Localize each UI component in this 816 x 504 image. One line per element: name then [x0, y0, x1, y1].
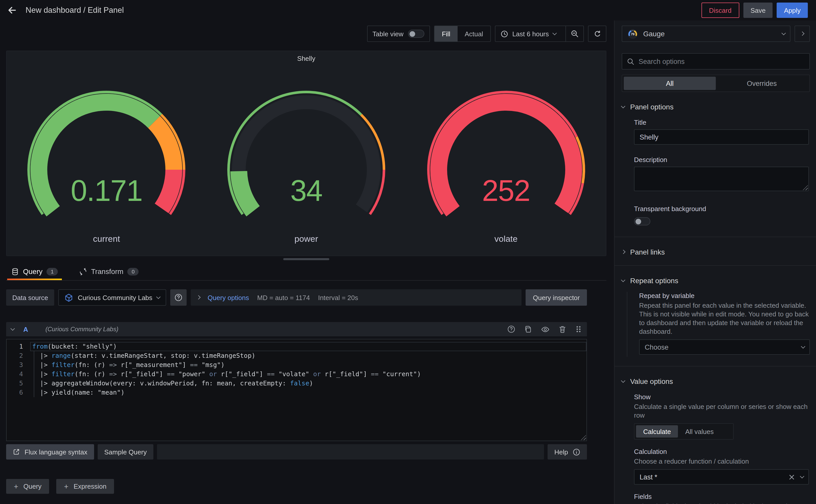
flux-syntax-button[interactable]: Flux language syntax: [6, 444, 94, 460]
duplicate-icon[interactable]: [524, 325, 532, 333]
collapse-pane-button[interactable]: [795, 26, 810, 42]
gauge-volate: 252 volate: [406, 64, 606, 244]
repeat-options-header[interactable]: Repeat options: [622, 277, 810, 285]
gauge-panel[interactable]: Shelly 0.171 current 34: [6, 51, 606, 256]
drag-handle-icon[interactable]: [575, 325, 582, 333]
tab-transform[interactable]: Transform 0: [75, 265, 143, 280]
sample-query-button[interactable]: Sample Query: [98, 444, 153, 460]
search-icon: [627, 58, 634, 65]
question-circle-icon: [174, 293, 182, 302]
flux-code-editor[interactable]: 123456 from(bucket: "shelly") |> range(s…: [6, 339, 587, 441]
value-options-title: Value options: [630, 377, 673, 385]
chevron-down-icon: [621, 278, 625, 282]
options-tabs: All Overrides: [622, 75, 810, 92]
transparent-bg-toggle[interactable]: [634, 217, 650, 225]
textarea-resize-handle[interactable]: [803, 185, 808, 190]
query-a-header[interactable]: A (Curious Community Labs): [6, 322, 587, 336]
eye-icon[interactable]: [541, 325, 550, 334]
clear-icon[interactable]: [789, 474, 794, 480]
code-lines: from(bucket: "shelly") |> range(start: v…: [30, 339, 586, 441]
collapse-chevron-icon[interactable]: [11, 326, 15, 330]
datasource-name: Curious Community Labs: [78, 294, 152, 301]
repeat-options-title: Repeat options: [630, 277, 678, 285]
zoom-out-button[interactable]: [565, 26, 583, 41]
panel-edit-area: Table view Fill Actual Last 6 hours: [0, 20, 614, 504]
calculation-value: Last *: [640, 473, 789, 481]
help-button[interactable]: Help: [548, 444, 587, 460]
options-search-input[interactable]: [639, 58, 805, 65]
trash-icon[interactable]: [558, 325, 566, 333]
flux-syntax-label: Flux language syntax: [25, 448, 87, 456]
panel-options-header[interactable]: Panel options: [622, 103, 810, 111]
query-footer: Flux language syntax Sample Query Help: [6, 444, 606, 460]
viz-row: 79 Gauge: [622, 26, 810, 42]
apply-button[interactable]: Apply: [777, 3, 808, 18]
calculation-select[interactable]: Last *: [634, 469, 809, 485]
top-bar: New dashboard / Edit Panel Discard Save …: [0, 0, 816, 20]
tab-all[interactable]: All: [624, 77, 716, 90]
show-radio-group: Calculate All values: [634, 423, 734, 440]
repeat-variable-select[interactable]: Choose: [639, 339, 810, 355]
visualization-picker[interactable]: 79 Gauge: [622, 26, 790, 42]
tab-query[interactable]: Query 1: [7, 265, 62, 280]
chevron-right-icon: [800, 32, 804, 36]
panel-title-input[interactable]: [634, 129, 809, 145]
plus-icon: +: [64, 482, 69, 491]
viz-name: Gauge: [643, 30, 665, 38]
fields-label: Fields: [634, 493, 809, 500]
show-desc: Calculate a single value per column or s…: [634, 402, 809, 420]
chevron-right-icon[interactable]: [196, 295, 200, 300]
gauge-value-current: 0.171: [9, 176, 204, 205]
chevron-down-icon: [156, 295, 161, 299]
all-values-option[interactable]: All values: [678, 425, 721, 438]
gauge-label-volate: volate: [494, 234, 518, 244]
interval: Interval = 20s: [318, 294, 358, 301]
query-ref: A: [23, 325, 28, 333]
indent-guide: [34, 351, 34, 397]
transform-count-badge: 0: [128, 268, 139, 275]
datasource-help-button[interactable]: [170, 289, 186, 306]
time-range-control: Last 6 hours: [495, 26, 584, 42]
tab-transform-label: Transform: [91, 267, 123, 276]
discard-button[interactable]: Discard: [701, 3, 739, 18]
datasource-row: Data source Curious Community Labs Query…: [6, 289, 606, 306]
datasource-label: Data source: [6, 289, 54, 306]
panel-resize-handle[interactable]: [283, 258, 329, 260]
back-button[interactable]: [7, 5, 17, 15]
panel-links-header[interactable]: Panel links: [622, 248, 810, 256]
query-count-badge: 1: [47, 268, 58, 275]
add-expression-button[interactable]: + Expression: [56, 479, 114, 494]
repeat-options-body: Repeat by variable Repeat this panel for…: [627, 292, 810, 357]
value-options-header[interactable]: Value options: [622, 377, 810, 385]
chevron-down-icon: [621, 379, 625, 383]
show-label: Show: [634, 393, 809, 401]
code-line-2: |> range(start: v.timeRangeStart, stop: …: [30, 351, 586, 360]
refresh-icon: [593, 30, 601, 38]
calculation-label: Calculation: [634, 448, 809, 455]
save-button[interactable]: Save: [743, 3, 773, 18]
query-inspector-button[interactable]: Query inspector: [526, 289, 587, 306]
refresh-button[interactable]: [588, 26, 606, 42]
query-options-link[interactable]: Query options: [208, 294, 249, 301]
tab-overrides[interactable]: Overrides: [716, 77, 808, 90]
fill-option[interactable]: Fill: [435, 26, 457, 41]
add-query-label: Query: [24, 483, 42, 490]
query-a-card: A (Curious Community Labs): [6, 322, 606, 441]
transform-icon: [79, 268, 87, 275]
section-divider: [615, 366, 816, 366]
help-icon[interactable]: [507, 325, 515, 333]
time-range-picker[interactable]: Last 6 hours: [495, 26, 561, 41]
calculation-desc: Choose a reducer function / calculation: [634, 457, 809, 466]
query-actions: [507, 325, 582, 334]
datasource-picker[interactable]: Curious Community Labs: [58, 289, 166, 306]
description-textarea[interactable]: [634, 167, 809, 191]
actual-option[interactable]: Actual: [458, 26, 490, 41]
code-line-6: |> yield(name: "mean"): [30, 388, 586, 397]
chevron-down-icon: [552, 31, 557, 35]
panel-toolbar: Table view Fill Actual Last 6 hours: [6, 26, 606, 42]
table-view-toggle[interactable]: [408, 30, 424, 38]
top-bar-left: New dashboard / Edit Panel: [7, 5, 124, 15]
gauge-label-power: power: [294, 234, 318, 244]
add-query-button[interactable]: + Query: [6, 479, 49, 494]
calculate-option[interactable]: Calculate: [636, 425, 678, 438]
